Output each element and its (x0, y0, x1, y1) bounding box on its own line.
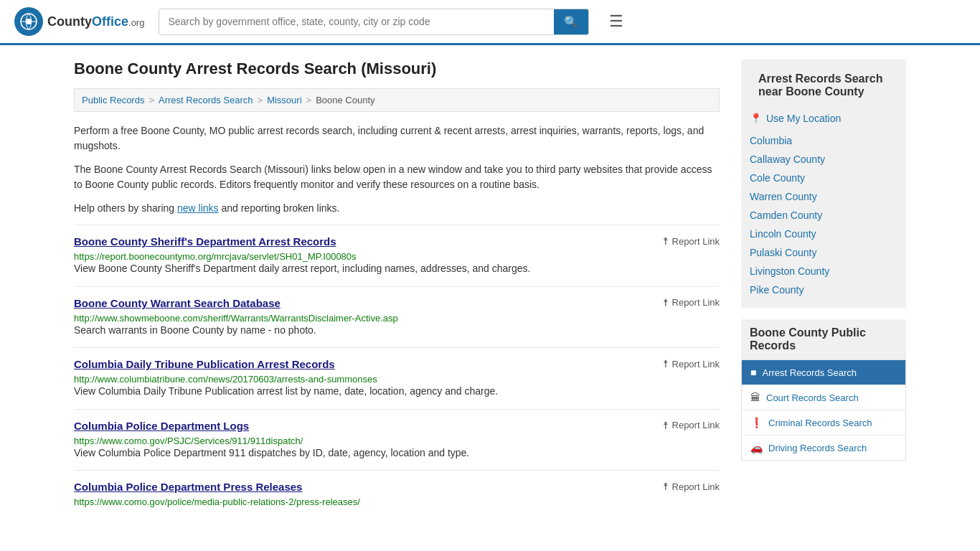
record-icon-2: ❗ (750, 417, 763, 428)
logo-text: CountyOffice.org (47, 14, 144, 29)
report-link-label-4: Report Link (672, 481, 720, 492)
page-title: Boone County Arrest Records Search (Miss… (74, 60, 720, 78)
result-title-4[interactable]: Columbia Police Department Press Release… (74, 481, 302, 493)
record-icon-1: 🏛 (750, 392, 760, 403)
sidebar-nearby-item-4[interactable]: Camden County (750, 206, 897, 225)
sidebar-nearby-item-5[interactable]: Lincoln County (750, 225, 897, 243)
result-item: Columbia Police Department Press Release… (74, 470, 720, 517)
result-url-1[interactable]: http://www.showmeboone.com/sheriff/Warra… (74, 313, 398, 324)
report-link-button-4[interactable]: ☨ Report Link (663, 481, 720, 492)
result-header: Columbia Police Department Press Release… (74, 481, 720, 493)
sidebar-nearby-item-2[interactable]: Cole County (750, 169, 897, 187)
result-header: Columbia Police Department Logs ☨ Report… (74, 420, 720, 432)
result-header: Boone County Sheriff's Department Arrest… (74, 235, 720, 248)
sidebar-nearby-item-6[interactable]: Pulaski County (750, 243, 897, 262)
menu-button[interactable]: ☰ (603, 9, 629, 34)
description-para2: The Boone County Arrest Records Search (… (74, 162, 720, 192)
sidebar-nearby-link-6[interactable]: Pulaski County (750, 247, 816, 258)
content-area: Boone County Arrest Records Search (Miss… (74, 60, 720, 517)
result-item: Columbia Daily Tribune Publication Arres… (74, 347, 720, 409)
breadcrumb-missouri[interactable]: Missouri (267, 95, 301, 105)
sidebar-public-records: Boone County Public Records ■Arrest Reco… (741, 319, 906, 461)
sidebar-nearby-link-7[interactable]: Livingston County (750, 265, 829, 277)
sidebar-nearby-item-0[interactable]: Columbia (750, 131, 897, 150)
search-icon: 🔍 (564, 16, 578, 28)
sidebar-nearby-section: Arrest Records Search near Boone County … (741, 60, 906, 308)
report-icon-3: ☨ (663, 420, 669, 431)
report-link-button-0[interactable]: ☨ Report Link (663, 235, 720, 247)
sidebar-nearby-link-2[interactable]: Cole County (750, 172, 805, 184)
result-title-2[interactable]: Columbia Daily Tribune Publication Arres… (74, 358, 335, 370)
sidebar-nearby-item-7[interactable]: Livingston County (750, 262, 897, 281)
record-icon-3: 🚗 (750, 442, 763, 453)
search-input[interactable] (159, 9, 554, 34)
sidebar-records-list: ■Arrest Records Search🏛Court Records Sea… (741, 359, 906, 461)
breadcrumb-sep-2: > (258, 95, 263, 105)
breadcrumb: Public Records > Arrest Records Search >… (74, 88, 720, 112)
result-item: Boone County Warrant Search Database ☨ R… (74, 286, 720, 348)
sidebar-nearby-link-4[interactable]: Camden County (750, 209, 822, 221)
report-link-button-1[interactable]: ☨ Report Link (663, 297, 720, 309)
sidebar-record-item-2[interactable]: ❗Criminal Records Search (742, 410, 905, 435)
report-icon-0: ☨ (663, 235, 669, 247)
use-my-location-label: Use My Location (766, 113, 841, 124)
breadcrumb-arrest-records[interactable]: Arrest Records Search (159, 95, 253, 105)
report-link-label-3: Report Link (672, 420, 720, 430)
report-link-label-2: Report Link (672, 359, 720, 369)
result-header: Columbia Daily Tribune Publication Arres… (74, 358, 720, 370)
search-button[interactable]: 🔍 (554, 9, 588, 34)
description-para3: Help others by sharing new links and rep… (74, 201, 720, 216)
result-item: Boone County Sheriff's Department Arrest… (74, 225, 720, 286)
sidebar-record-item-0[interactable]: ■Arrest Records Search (742, 360, 905, 385)
sidebar-use-my-location[interactable]: 📍 Use My Location (750, 105, 897, 131)
sidebar-nearby-item-1[interactable]: Callaway County (750, 150, 897, 169)
result-title-3[interactable]: Columbia Police Department Logs (74, 420, 249, 432)
breadcrumb-sep-1: > (149, 95, 154, 105)
result-desc-2: View Columbia Daily Tribune Publication … (74, 385, 720, 399)
report-link-button-2[interactable]: ☨ Report Link (663, 358, 720, 369)
record-icon-0: ■ (750, 367, 756, 378)
result-url-2[interactable]: http://www.columbiatribune.com/news/2017… (74, 374, 377, 385)
header: CountyOffice.org 🔍 ☰ (0, 0, 980, 45)
result-url-3[interactable]: https://www.como.gov/PSJC/Services/911/9… (74, 435, 303, 446)
sidebar-record-item-3[interactable]: 🚗Driving Records Search (742, 435, 905, 460)
desc-para3-prefix: Help others by sharing (74, 202, 177, 214)
breadcrumb-sep-3: > (306, 95, 312, 105)
sidebar-nearby-link-0[interactable]: Columbia (750, 135, 792, 146)
report-icon-2: ☨ (663, 358, 669, 369)
sidebar: Arrest Records Search near Boone County … (741, 60, 906, 517)
sidebar-nearby-link-1[interactable]: Callaway County (750, 154, 825, 165)
logo-icon (14, 7, 43, 36)
sidebar-nearby-link-8[interactable]: Pike County (750, 284, 804, 296)
sidebar-nearby-link-5[interactable]: Lincoln County (750, 228, 816, 240)
sidebar-nearby-item-8[interactable]: Pike County (750, 281, 897, 299)
sidebar-record-item-1[interactable]: 🏛Court Records Search (742, 385, 905, 410)
result-url-4[interactable]: https://www.como.gov/police/media-public… (74, 496, 360, 507)
sidebar-nearby-list: 📍 Use My Location ColumbiaCallaway Count… (750, 105, 897, 299)
result-title-0[interactable]: Boone County Sheriff's Department Arrest… (74, 235, 336, 248)
result-item: Columbia Police Department Logs ☨ Report… (74, 409, 720, 471)
report-link-button-3[interactable]: ☨ Report Link (663, 420, 720, 431)
sidebar-nearby-item-3[interactable]: Warren County (750, 187, 897, 206)
result-desc-0: View Boone County Sheriff's Department d… (74, 262, 720, 276)
description-para1: Perform a free Boone County, MO public a… (74, 123, 720, 154)
report-link-label-1: Report Link (672, 297, 720, 308)
result-desc-1: Search warrants in Boone County by name … (74, 324, 720, 338)
result-url-0[interactable]: https://report.boonecountymo.org/mrcjava… (74, 251, 357, 262)
record-link-2[interactable]: Criminal Records Search (768, 418, 872, 428)
desc-para3-suffix: and reporting broken links. (219, 202, 340, 214)
search-bar: 🔍 (159, 9, 589, 35)
result-desc-3: View Columbia Police Department 911 disp… (74, 446, 720, 461)
record-link-3[interactable]: Driving Records Search (768, 443, 867, 453)
logo[interactable]: CountyOffice.org (14, 7, 144, 36)
result-title-1[interactable]: Boone County Warrant Search Database (74, 297, 281, 309)
report-icon-1: ☨ (663, 297, 669, 309)
results-list: Boone County Sheriff's Department Arrest… (74, 225, 720, 517)
record-link-1[interactable]: Court Records Search (766, 392, 859, 403)
hamburger-icon: ☰ (609, 12, 623, 30)
sidebar-nearby-link-3[interactable]: Warren County (750, 191, 817, 202)
new-links-link[interactable]: new links (177, 202, 219, 214)
breadcrumb-public-records[interactable]: Public Records (82, 95, 144, 105)
use-my-location-link[interactable]: 📍 Use My Location (750, 109, 897, 128)
result-header: Boone County Warrant Search Database ☨ R… (74, 297, 720, 309)
